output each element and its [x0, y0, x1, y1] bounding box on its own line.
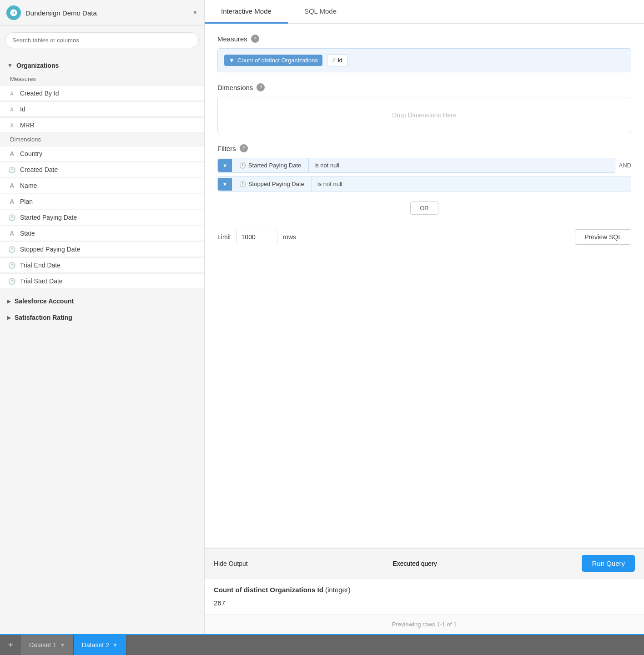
filter-1-field-label: Started Paying Date: [248, 162, 301, 169]
filter-2-dropdown[interactable]: ▼: [218, 178, 232, 191]
col-plan[interactable]: A Plan: [0, 194, 204, 209]
sidebar: Dundersign Demo Data ▼ ▼ Organizations M…: [0, 0, 205, 634]
col-name-created-by-id: Created By Id: [20, 90, 59, 97]
col-name-stopped-paying: Stopped Paying Date: [20, 246, 80, 253]
col-started-paying-date[interactable]: 🕐 Started Paying Date: [0, 210, 204, 225]
results-header: Count of distinct Organizations Id (inte…: [214, 586, 635, 594]
col-id[interactable]: # Id: [0, 101, 204, 117]
organizations-section: ▼ Organizations Measures # Created By Id…: [0, 55, 204, 293]
dimensions-section-label: Dimensions: [0, 133, 204, 146]
organizations-label: Organizations: [16, 62, 59, 69]
or-button[interactable]: OR: [410, 202, 438, 215]
measures-title: Measures: [217, 35, 247, 43]
measure-type-dropdown[interactable]: ▼ Count of distinct Organizations: [224, 55, 322, 66]
dataset1-dropdown-icon: ▼: [60, 642, 65, 648]
col-name-trial-start: Trial Start Date: [20, 277, 63, 285]
salesforce-label: Salesforce Account: [15, 297, 74, 305]
dimensions-title-area: Dimensions ?: [217, 83, 631, 91]
query-builder: Measures ? ▼ Count of distinct Organizat…: [205, 24, 644, 548]
col-name-id: Id: [20, 106, 25, 113]
filter-2-condition[interactable]: is not null: [312, 177, 631, 191]
dimensions-drop-zone[interactable]: Drop Dimensions Here: [217, 97, 631, 133]
title-dropdown-icon[interactable]: ▼: [192, 10, 198, 16]
col-state[interactable]: A State: [0, 226, 204, 241]
measures-help-icon[interactable]: ?: [251, 35, 259, 43]
satisfaction-label: Satisfaction Rating: [15, 314, 72, 321]
tab-interactive[interactable]: Interactive Mode: [205, 0, 288, 24]
dimensions-title: Dimensions: [217, 84, 253, 91]
filter-row-2: ▼ 🕐 Stopped Paying Date is not null: [217, 176, 631, 191]
dimensions-help-icon[interactable]: ?: [257, 83, 265, 91]
filters-title-area: Filters ?: [217, 144, 631, 152]
measures-section-label: Measures: [0, 73, 204, 85]
results-column-name: Count of distinct Organizations Id: [214, 586, 323, 594]
collapse-icon: ▼: [7, 62, 13, 69]
satisfaction-rating-header[interactable]: ▶ Satisfaction Rating: [0, 309, 204, 326]
col-created-by-id[interactable]: # Created By Id: [0, 86, 204, 101]
col-mrr[interactable]: # MRR: [0, 117, 204, 133]
measure-dropdown-arrow: ▼: [229, 57, 235, 64]
bottom-tab-dataset1[interactable]: Dataset 1 ▼: [21, 635, 74, 655]
clock-icon-trial-start: 🕐: [8, 278, 15, 285]
expand-icon-salesforce: ▶: [7, 298, 11, 304]
and-connector: AND: [619, 162, 631, 169]
col-name-dim[interactable]: A Name: [0, 178, 204, 193]
filter-1-field: 🕐 Started Paying Date: [235, 158, 306, 172]
col-name-name: Name: [20, 182, 37, 189]
search-input[interactable]: [5, 32, 199, 48]
clock-icon-stopped-paying: 🕐: [8, 246, 15, 253]
filter-2-clock-icon: 🕐: [239, 181, 246, 187]
tab-sql[interactable]: SQL Mode: [288, 0, 353, 24]
app-title: Dundersign Demo Data: [25, 9, 188, 17]
col-stopped-paying-date[interactable]: 🕐 Stopped Paying Date: [0, 242, 204, 257]
expand-icon-satisfaction: ▶: [7, 315, 11, 321]
measure-field-box[interactable]: # Id: [327, 54, 347, 66]
sidebar-content: ▼ Organizations Measures # Created By Id…: [0, 55, 204, 634]
results-column-type: (integer): [325, 586, 351, 594]
bottom-tab-dataset2[interactable]: Dataset 2 ▼: [74, 635, 126, 655]
filters-section: Filters ? ▼ 🕐 Started Paying Date is not…: [217, 144, 631, 220]
col-trial-start-date[interactable]: 🕐 Trial Start Date: [0, 273, 204, 289]
sidebar-header[interactable]: Dundersign Demo Data ▼: [0, 0, 204, 26]
col-country[interactable]: A Country: [0, 146, 204, 161]
col-name-plan: Plan: [20, 198, 33, 205]
mode-tabs: Interactive Mode SQL Mode: [205, 0, 644, 24]
text-icon-plan: A: [8, 198, 15, 205]
hash-icon-mrr: #: [8, 122, 15, 129]
field-hash-icon: #: [332, 57, 335, 64]
add-icon: +: [8, 640, 13, 650]
limit-input[interactable]: [236, 230, 277, 244]
text-icon-name: A: [8, 182, 15, 189]
hide-output-button[interactable]: Hide Output: [214, 560, 248, 567]
add-dataset-button[interactable]: +: [0, 635, 21, 655]
col-name-state: State: [20, 230, 35, 237]
measures-box: ▼ Count of distinct Organizations # Id: [217, 48, 631, 72]
limit-row: Limit rows Preview SQL: [217, 229, 631, 245]
col-name-trial-end: Trial End Date: [20, 262, 60, 269]
filter-1-clock-icon: 🕐: [239, 162, 246, 169]
rows-label: rows: [283, 233, 297, 241]
results-area: Count of distinct Organizations Id (inte…: [205, 578, 644, 614]
col-name-mrr: MRR: [20, 121, 35, 129]
measures-title-area: Measures ?: [217, 35, 631, 43]
filters-title: Filters: [217, 145, 236, 152]
executed-query-label: Executed query: [392, 560, 437, 567]
filter-2-field: 🕐 Stopped Paying Date: [235, 177, 309, 191]
filter-1-dropdown[interactable]: ▼: [218, 159, 232, 172]
filter-pill-2: ▼ 🕐 Stopped Paying Date is not null: [217, 176, 631, 191]
dataset2-label: Dataset 2: [82, 641, 109, 649]
preview-sql-button[interactable]: Preview SQL: [575, 229, 631, 245]
col-created-date[interactable]: 🕐 Created Date: [0, 162, 204, 177]
col-name-started-paying: Started Paying Date: [20, 214, 77, 221]
dataset1-label: Dataset 1: [29, 641, 56, 649]
dimensions-placeholder: Drop Dimensions Here: [392, 111, 457, 119]
filter-2-field-label: Stopped Paying Date: [248, 181, 304, 187]
col-name-country: Country: [20, 150, 42, 157]
filters-help-icon[interactable]: ?: [240, 144, 248, 152]
text-icon-country: A: [8, 150, 15, 157]
salesforce-account-header[interactable]: ▶ Salesforce Account: [0, 293, 204, 309]
organizations-header[interactable]: ▼ Organizations: [0, 58, 204, 73]
filter-1-condition[interactable]: is not null: [308, 158, 614, 172]
col-trial-end-date[interactable]: 🕐 Trial End Date: [0, 257, 204, 273]
run-query-button[interactable]: Run Query: [582, 555, 635, 572]
